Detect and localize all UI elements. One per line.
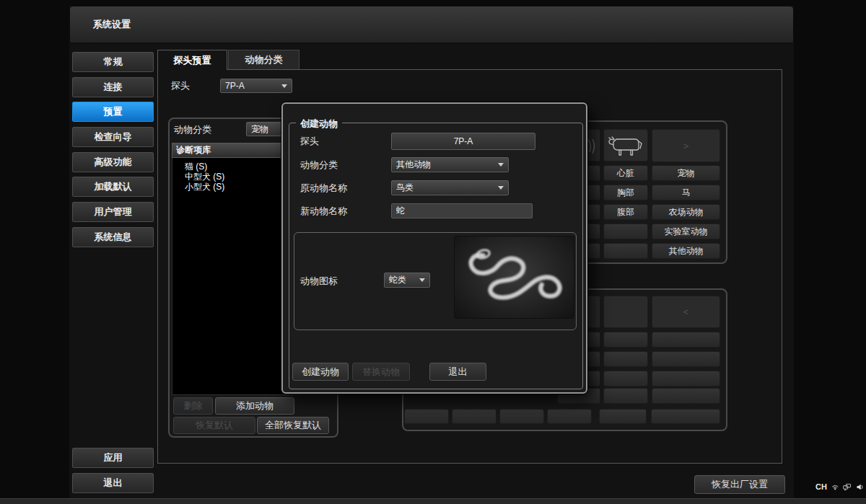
empty-preset-button[interactable]	[603, 243, 648, 259]
snake-icon	[455, 236, 574, 319]
animal-icon-label: 动物图标	[300, 275, 358, 287]
replace-animal-button[interactable]: 替换动物	[352, 363, 410, 381]
cow-image[interactable]	[603, 129, 648, 162]
empty-preset-button[interactable]	[651, 409, 720, 424]
factory-reset-button[interactable]: 恢复出厂设置	[694, 475, 785, 494]
network-icon	[831, 482, 839, 492]
empty-preset-button[interactable]	[652, 332, 720, 348]
empty-preset-button[interactable]	[603, 351, 648, 367]
restore-all-button[interactable]: 全部恢复默认	[257, 417, 329, 434]
sidebar-item-preset[interactable]: 预置	[72, 102, 154, 122]
empty-preset-button[interactable]	[599, 409, 647, 424]
animal-category-select[interactable]: 其他动物	[391, 157, 509, 172]
empty-preset-button[interactable]	[603, 388, 648, 404]
empty-preset-button[interactable]	[499, 409, 544, 424]
add-animal-button[interactable]: 添加动物	[215, 397, 294, 415]
animal-icon-value: 蛇类	[389, 274, 416, 286]
empty-preset-button[interactable]	[404, 409, 449, 424]
horse-button[interactable]: 马	[652, 185, 720, 200]
snake-image	[454, 236, 574, 319]
empty-preset-button[interactable]	[652, 371, 720, 386]
heart-button[interactable]: 心脏	[603, 165, 648, 181]
animal-icon-select[interactable]: 蛇类	[384, 273, 430, 288]
tab-probe-preset[interactable]: 探头预置	[157, 50, 227, 70]
cow-icon	[606, 133, 645, 159]
original-name-value: 鸟类	[396, 182, 495, 194]
dialog-exit-button[interactable]: 退出	[429, 363, 486, 381]
exit-button[interactable]: 退出	[72, 473, 154, 493]
pets-button[interactable]: 宠物	[652, 165, 720, 181]
empty-preset-button[interactable]	[603, 371, 648, 386]
empty-preset-button[interactable]	[603, 224, 648, 239]
app-header: 系统设置	[69, 6, 794, 43]
empty-preset-button[interactable]	[603, 332, 648, 348]
original-name-select[interactable]: 鸟类	[391, 180, 509, 195]
farm-animals-button[interactable]: 农场动物	[652, 204, 720, 220]
sidebar-item-connection[interactable]: 连接	[72, 77, 154, 97]
sidebar-item-exam-wizard[interactable]: 检查向导	[72, 127, 154, 147]
bottom-strip	[0, 498, 866, 504]
empty-preset-button[interactable]	[452, 409, 497, 424]
lab-animals-button[interactable]: 实验室动物	[652, 224, 720, 239]
delete-button[interactable]: 删除	[173, 397, 213, 415]
restore-default-button[interactable]: 恢复默认	[173, 417, 255, 434]
apply-button[interactable]: 应用	[72, 448, 154, 468]
page: 系统设置 常规 连接 预置 检查向导 高级功能 加载默认 用户管理 系统信息 应…	[0, 0, 866, 504]
status-bar: CH	[815, 479, 863, 494]
create-animal-button[interactable]: 创建动物	[292, 363, 349, 381]
new-animal-name-input[interactable]	[391, 203, 533, 218]
sidebar-item-advanced[interactable]: 高级功能	[72, 152, 154, 172]
animal-category-value: 其他动物	[396, 159, 495, 171]
abdomen-button[interactable]: 腹部	[603, 204, 648, 220]
probe-icon	[856, 482, 863, 492]
dialog-category-label: 动物分类	[300, 159, 365, 171]
sidebar-item-system-info[interactable]: 系统信息	[72, 227, 154, 247]
language-indicator: CH	[815, 482, 827, 491]
next-page-button[interactable]: >	[652, 129, 720, 162]
empty-preset-button[interactable]	[652, 351, 720, 367]
page-title: 系统设置	[93, 6, 131, 43]
original-name-label: 原动物名称	[300, 182, 372, 194]
dialog-probe-label: 探头	[300, 136, 358, 147]
animal-category-title: 动物分类	[174, 124, 232, 136]
animal-image-cell[interactable]	[603, 296, 648, 328]
probe-select-value: 7P-A	[225, 81, 279, 91]
empty-preset-button[interactable]	[547, 409, 592, 424]
create-animal-dialog: 创建动物 探头 7P-A 动物分类 其他动物 原动物名称 鸟类 新动物名称 动物…	[281, 102, 587, 394]
dialog-title: 创建动物	[296, 118, 342, 131]
tab-animal-category[interactable]: 动物分类	[228, 50, 299, 69]
probe-label: 探头	[171, 79, 214, 92]
chevron-down-icon	[498, 186, 504, 190]
chevron-down-icon	[498, 163, 504, 167]
empty-preset-button[interactable]	[652, 388, 720, 404]
chevron-down-icon	[419, 278, 425, 282]
dual-display-icon	[843, 482, 851, 492]
sidebar-item-user-management[interactable]: 用户管理	[72, 202, 154, 222]
chest-button[interactable]: 胸部	[603, 185, 648, 200]
sidebar-item-general[interactable]: 常规	[72, 52, 154, 72]
prev-page-button[interactable]: <	[652, 296, 720, 328]
probe-select[interactable]: 7P-A	[220, 79, 292, 93]
other-animals-button[interactable]: 其他动物	[652, 243, 720, 259]
dialog-probe-display: 7P-A	[391, 133, 535, 150]
new-name-label: 新动物名称	[300, 205, 372, 217]
chevron-down-icon	[281, 84, 287, 88]
sidebar-item-load-default[interactable]: 加载默认	[72, 177, 154, 197]
